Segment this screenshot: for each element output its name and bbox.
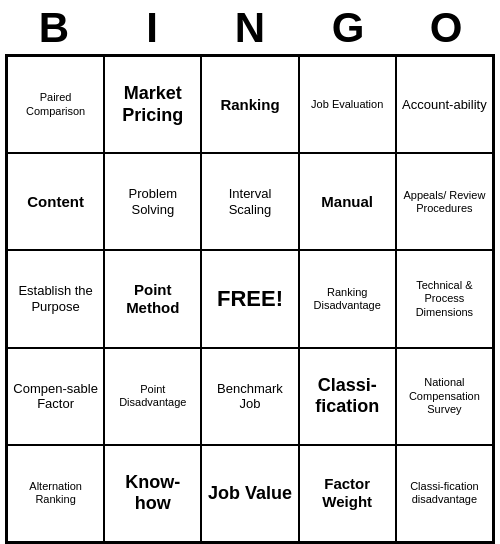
bingo-letter: N — [205, 4, 295, 52]
bingo-cell: Job Value — [201, 445, 298, 542]
bingo-cell: Classi-fication disadvantage — [396, 445, 493, 542]
bingo-cell: National Compensation Survey — [396, 348, 493, 445]
bingo-cell: Paired Comparison — [7, 56, 104, 153]
bingo-cell: Ranking — [201, 56, 298, 153]
bingo-cell: Technical & Process Dimensions — [396, 250, 493, 347]
bingo-cell: Alternation Ranking — [7, 445, 104, 542]
bingo-letter: I — [107, 4, 197, 52]
bingo-cell: Account-ability — [396, 56, 493, 153]
bingo-cell: Compen-sable Factor — [7, 348, 104, 445]
bingo-cell: Market Pricing — [104, 56, 201, 153]
bingo-cell: Job Evaluation — [299, 56, 396, 153]
bingo-cell: Problem Solving — [104, 153, 201, 250]
bingo-letter: B — [9, 4, 99, 52]
bingo-cell: FREE! — [201, 250, 298, 347]
bingo-cell: Ranking Disadvantage — [299, 250, 396, 347]
bingo-header: BINGO — [5, 0, 495, 54]
bingo-cell: Establish the Purpose — [7, 250, 104, 347]
bingo-cell: Benchmark Job — [201, 348, 298, 445]
bingo-grid: Paired ComparisonMarket PricingRankingJo… — [5, 54, 495, 544]
bingo-cell: Point Method — [104, 250, 201, 347]
bingo-letter: O — [401, 4, 491, 52]
bingo-cell: Factor Weight — [299, 445, 396, 542]
bingo-cell: Interval Scaling — [201, 153, 298, 250]
bingo-letter: G — [303, 4, 393, 52]
bingo-cell: Content — [7, 153, 104, 250]
bingo-cell: Point Disadvantage — [104, 348, 201, 445]
bingo-cell: Know-how — [104, 445, 201, 542]
bingo-cell: Manual — [299, 153, 396, 250]
bingo-cell: Classi-fication — [299, 348, 396, 445]
bingo-cell: Appeals/ Review Procedures — [396, 153, 493, 250]
